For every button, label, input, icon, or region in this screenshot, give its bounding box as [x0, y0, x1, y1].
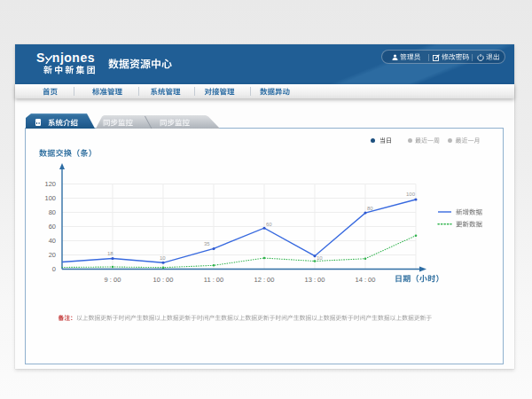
svg-text:9 : 00: 9 : 00: [105, 276, 121, 284]
svg-text:0: 0: [52, 265, 56, 273]
svg-text:10: 10: [317, 255, 323, 261]
svg-text:10: 10: [160, 255, 166, 261]
svg-text:100: 100: [406, 192, 416, 197]
svg-text:10 : 00: 10 : 00: [153, 276, 174, 284]
svg-text:18: 18: [107, 251, 113, 256]
svg-text:100: 100: [44, 194, 56, 202]
svg-text:120: 120: [44, 180, 56, 188]
svg-text:14 : 00: 14 : 00: [356, 276, 376, 284]
svg-text:60: 60: [49, 223, 56, 231]
svg-text:80: 80: [367, 206, 373, 211]
svg-text:60: 60: [266, 222, 272, 227]
svg-text:11 : 00: 11 : 00: [204, 276, 223, 284]
svg-text:35: 35: [204, 241, 210, 246]
svg-text:13 : 00: 13 : 00: [305, 276, 325, 284]
svg-text:40: 40: [49, 237, 56, 245]
svg-text:80: 80: [49, 208, 56, 216]
svg-text:12 : 00: 12 : 00: [254, 276, 275, 284]
svg-text:20: 20: [49, 251, 56, 259]
